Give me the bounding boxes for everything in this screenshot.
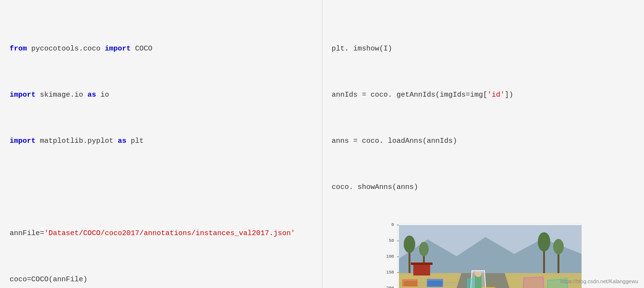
keyword-import2: import — [10, 137, 36, 145]
svg-rect-104 — [403, 280, 417, 286]
code-text: annFile= — [10, 229, 44, 238]
right-plot-svg: 0 50 100 150 200 250 300 0 100 200 30 — [380, 220, 586, 288]
r-code-line-2: annIds = coco. getAnnIds(imgIds=img['id'… — [332, 89, 634, 101]
code-line-1: from pycocotools.coco import COCO — [10, 43, 312, 55]
svg-point-80 — [404, 236, 415, 253]
keyword-as: as — [87, 91, 96, 99]
code-line-2: import skimage.io as io — [10, 89, 312, 101]
code-line-3: import matplotlib.pyplot as plt — [10, 136, 312, 147]
keyword-import: import — [105, 45, 131, 53]
code-text: skimage.io — [36, 91, 87, 99]
watermark: https://blog.csdn.net/Kalanggewu — [560, 278, 638, 284]
code-line-6: coco=COCO(annFile) — [10, 274, 312, 286]
code-text: pycocotools.coco — [27, 45, 105, 53]
svg-marker-106 — [523, 277, 544, 288]
keyword-from: from — [10, 45, 27, 53]
r-code-line-4: coco. showAnns(anns) — [332, 182, 634, 193]
code-text: anns = coco. loadAnns(annIds) — [332, 137, 457, 145]
right-plot-area: 0 50 100 150 200 250 300 0 100 200 30 — [332, 220, 634, 288]
svg-rect-94 — [413, 263, 430, 275]
svg-text:100: 100 — [386, 254, 394, 259]
code-text: annIds = coco. getAnnIds(imgIds=img[ — [332, 91, 487, 99]
panel-divider — [322, 0, 322, 288]
left-code-block: from pycocotools.coco import COCO import… — [10, 9, 312, 288]
code-line-blank — [10, 182, 312, 193]
svg-marker-105 — [468, 279, 474, 288]
code-text: plt — [126, 137, 144, 145]
svg-point-86 — [553, 239, 564, 254]
code-string: 'Dataset/COCO/coco2017/annotations/insta… — [44, 229, 295, 238]
svg-point-82 — [419, 242, 429, 256]
code-text: io — [96, 91, 109, 99]
svg-rect-95 — [411, 263, 433, 265]
code-text: coco=COCO(annFile) — [10, 275, 87, 284]
code-text: matplotlib.pyplot — [36, 137, 118, 145]
left-panel: from pycocotools.coco import COCO import… — [0, 0, 322, 288]
right-code-block: plt. imshow(I) annIds = coco. getAnnIds(… — [332, 9, 634, 216]
code-text: coco. showAnns(anns) — [332, 183, 418, 191]
svg-point-84 — [538, 232, 550, 251]
code-line-5: annFile='Dataset/COCO/coco2017/annotatio… — [10, 228, 312, 239]
keyword-import: import — [10, 91, 36, 99]
code-text: plt. imshow(I) — [332, 45, 392, 53]
right-panel: plt. imshow(I) annIds = coco. getAnnIds(… — [322, 0, 644, 288]
svg-text:150: 150 — [386, 270, 394, 275]
svg-text:50: 50 — [389, 238, 394, 243]
svg-text:0: 0 — [392, 223, 394, 227]
svg-text:200: 200 — [386, 286, 394, 288]
r-code-line-3: anns = coco. loadAnns(annIds) — [332, 136, 634, 147]
r-code-line-1: plt. imshow(I) — [332, 43, 634, 55]
code-text: COCO — [131, 45, 152, 53]
code-text: ]) — [505, 91, 513, 99]
keyword-as2: as — [118, 137, 126, 145]
code-string: 'id' — [487, 91, 505, 99]
svg-rect-103 — [427, 279, 443, 287]
main-container: from pycocotools.coco import COCO import… — [0, 0, 644, 288]
